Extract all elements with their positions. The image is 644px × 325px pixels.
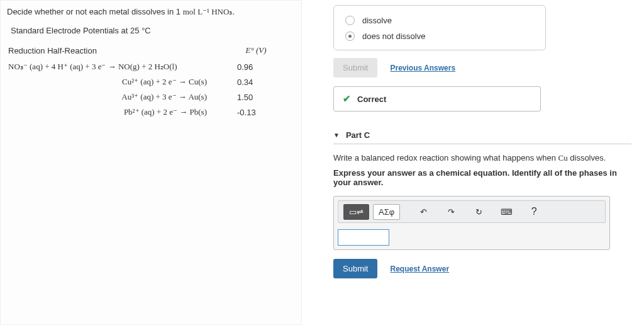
editor-toolbar: ▭⇌ ΑΣφ ↶ ↷ ↻ ⌨ ? bbox=[338, 200, 606, 223]
keyboard-button[interactable]: ⌨ bbox=[494, 205, 518, 219]
equation-editor: ▭⇌ ΑΣφ ↶ ↷ ↻ ⌨ ? bbox=[333, 196, 610, 250]
redo-button[interactable]: ↷ bbox=[439, 205, 463, 219]
table-row: NO₃⁻ (aq) + 4 H⁺ (aq) + 3 e⁻ → NO(g) + 2… bbox=[3, 59, 286, 74]
prompt-text: Decide whether or not each metal dissolv… bbox=[7, 7, 183, 16]
col-potential: E° (V) bbox=[226, 42, 286, 59]
q-text: Write a balanced redox reaction showing … bbox=[333, 153, 558, 162]
option-does-not-dissolve[interactable]: does not dissolve bbox=[345, 31, 534, 41]
undo-button[interactable]: ↶ bbox=[411, 205, 435, 219]
part-title: Part C bbox=[346, 130, 370, 140]
submit-button[interactable]: Submit bbox=[333, 259, 377, 278]
part-c-header[interactable]: ▼ Part C bbox=[333, 127, 631, 144]
reference-panel: Decide whether or not each metal dissolv… bbox=[0, 0, 302, 325]
submit-button-disabled: Submit bbox=[333, 58, 377, 77]
table-row: Pb²⁺ (aq) + 2 e⁻ → Pb(s) -0.13 bbox=[3, 105, 286, 120]
check-icon: ✔ bbox=[343, 93, 351, 105]
table-row: Au³⁺ (aq) + 3 e⁻ → Au(s) 1.50 bbox=[3, 89, 286, 105]
options-box: dissolve does not dissolve bbox=[333, 5, 546, 50]
previous-answers-link[interactable]: Previous Answers bbox=[390, 64, 455, 72]
radio-icon[interactable] bbox=[345, 31, 355, 41]
reaction-cell: Au³⁺ (aq) + 3 e⁻ → Au(s) bbox=[3, 89, 226, 105]
request-answer-link[interactable]: Request Answer bbox=[390, 265, 449, 273]
answer-panel: dissolve does not dissolve Submit Previo… bbox=[302, 0, 644, 325]
option-label: does not dissolve bbox=[362, 31, 425, 41]
equation-input[interactable] bbox=[338, 229, 389, 246]
help-button[interactable]: ? bbox=[522, 203, 546, 220]
reaction-cell: Pb²⁺ (aq) + 2 e⁻ → Pb(s) bbox=[3, 105, 226, 120]
part-c-instructions: Express your answer as a chemical equati… bbox=[333, 168, 631, 187]
prompt-suffix: . bbox=[232, 7, 235, 16]
potentials-table: Reduction Half-Reaction E° (V) NO₃⁻ (aq)… bbox=[3, 42, 286, 120]
greek-button[interactable]: ΑΣφ bbox=[373, 204, 400, 220]
reaction-cell: Cu²⁺ (aq) + 2 e⁻ → Cu(s) bbox=[3, 74, 226, 89]
value-cell: -0.13 bbox=[226, 105, 286, 120]
reaction-cell: NO₃⁻ (aq) + 4 H⁺ (aq) + 3 e⁻ → NO(g) + 2… bbox=[3, 59, 226, 74]
table-title: Standard Electrode Potentials at 25 °C bbox=[11, 26, 294, 35]
value-cell: 1.50 bbox=[226, 89, 286, 105]
q-elem: Cu bbox=[558, 153, 567, 162]
radio-icon[interactable] bbox=[345, 16, 355, 25]
question-prompt: Decide whether or not each metal dissolv… bbox=[7, 7, 294, 17]
q-text: dissolves. bbox=[568, 153, 606, 162]
value-cell: 0.96 bbox=[226, 59, 286, 74]
templates-button[interactable]: ▭⇌ bbox=[343, 204, 369, 220]
option-dissolve[interactable]: dissolve bbox=[345, 16, 534, 25]
collapse-icon[interactable]: ▼ bbox=[333, 132, 340, 139]
table-row: Cu²⁺ (aq) + 2 e⁻ → Cu(s) 0.34 bbox=[3, 74, 286, 89]
col-reaction: Reduction Half-Reaction bbox=[3, 42, 226, 59]
value-cell: 0.34 bbox=[226, 74, 286, 89]
option-label: dissolve bbox=[362, 16, 392, 25]
prompt-unit: mol L⁻¹ HNO₃ bbox=[183, 7, 233, 16]
submit-row: Submit Previous Answers bbox=[333, 58, 631, 77]
feedback-text: Correct bbox=[357, 94, 386, 104]
reset-button[interactable]: ↻ bbox=[467, 205, 491, 219]
submit-row-2: Submit Request Answer bbox=[333, 259, 631, 278]
feedback-correct: ✔ Correct bbox=[333, 86, 541, 111]
part-c-question: Write a balanced redox reaction showing … bbox=[333, 153, 631, 163]
